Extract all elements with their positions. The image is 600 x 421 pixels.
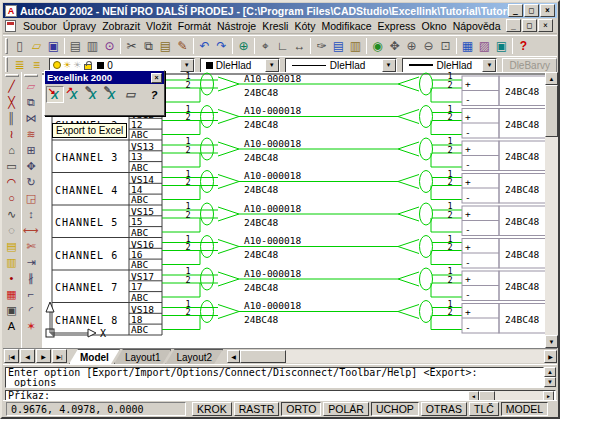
make-object-layer-current-button[interactable]: ≡ (28, 57, 45, 74)
lengthen-button[interactable]: ⟷ (23, 222, 40, 238)
toolbar-grip[interactable] (5, 38, 8, 54)
save-button[interactable]: ▣ (45, 38, 62, 55)
close-icon[interactable]: × (151, 73, 162, 83)
named-views-button[interactable]: ◉ (369, 38, 386, 55)
chevron-down-icon[interactable]: ▼ (382, 59, 396, 72)
insert-hyperlink-button[interactable]: ⊕ (235, 38, 252, 55)
copy-object-button[interactable]: ⧉ (23, 94, 40, 110)
match-properties-button[interactable]: ✎ (174, 38, 191, 55)
mirror-button[interactable]: ⋈ (23, 110, 40, 126)
last-tab-icon[interactable]: ▶| (52, 349, 67, 363)
menu-item-napoveda[interactable]: Nápověda (450, 19, 504, 33)
erase-button[interactable]: ▱ (23, 78, 40, 94)
menu-item-okno[interactable]: Okno (419, 19, 450, 33)
scroll-right-icon[interactable]: ▶ (544, 350, 557, 363)
rotate-button[interactable]: ↻ (23, 174, 40, 190)
scroll-up-icon[interactable]: ▲ (544, 367, 556, 377)
export-to-excel-button[interactable]: X↘ (46, 86, 64, 103)
toggle-rastr[interactable]: RASTR (234, 402, 280, 416)
line-button[interactable]: ╱ (3, 78, 20, 94)
toolbar-grip[interactable] (5, 74, 19, 77)
help-button[interactable]: ? (515, 38, 532, 55)
polyline-button[interactable]: ≀ (3, 126, 20, 142)
zoom-window-button[interactable]: ⊡ (437, 38, 454, 55)
chevron-down-icon[interactable]: ▼ (482, 59, 496, 72)
ucs-button[interactable]: ∟ (274, 38, 291, 55)
undo-button[interactable]: ↶ (196, 38, 213, 55)
explode-button[interactable]: ✶ (23, 318, 40, 334)
find-button[interactable]: ⊙ (101, 38, 118, 55)
spline-button[interactable]: ∿ (3, 206, 20, 222)
break-button[interactable]: ∦ (23, 270, 40, 286)
toolbar-grip[interactable] (5, 57, 8, 73)
menu-item-vlozit[interactable]: Vložit (143, 19, 175, 33)
scroll-thumb[interactable] (545, 85, 558, 137)
trim-button[interactable]: ✄ (23, 238, 40, 254)
array-button[interactable]: ⊞ (23, 142, 40, 158)
import-from-excel-button[interactable]: X↗ (65, 86, 83, 103)
polygon-button[interactable]: ⌂ (3, 142, 20, 158)
designcenter-button[interactable]: ▥ (347, 38, 364, 55)
layers-button[interactable]: ≣ (11, 57, 28, 74)
vertical-scrollbar[interactable]: ▲ ▼ (545, 72, 558, 348)
circle-button[interactable]: ○ (3, 190, 20, 206)
excellink-palette[interactable]: Excellink 2000 × X↘X↗X✎X✎▭? (44, 70, 165, 116)
menu-item-express[interactable]: Express (375, 19, 419, 33)
next-tab-icon[interactable]: ▶ (36, 349, 51, 363)
toolbar-grip[interactable] (24, 74, 38, 77)
excel-options-button[interactable]: X✎ (84, 86, 102, 103)
extend-button[interactable]: ⇥ (23, 254, 40, 270)
point-button[interactable]: • (3, 270, 20, 286)
palette-title-bar[interactable]: Excellink 2000 × (45, 71, 164, 84)
doc-close-button[interactable]: × (538, 19, 553, 32)
properties-button[interactable]: ▤ (330, 38, 347, 55)
dbconnect-button[interactable]: ▦ (459, 38, 476, 55)
new-button[interactable]: ▯ (11, 38, 28, 55)
rectangle-button[interactable]: ▭ (3, 158, 20, 174)
menu-item-soubor[interactable]: Soubor (20, 19, 60, 33)
tab-model[interactable]: Model (69, 349, 120, 364)
linetype-combo[interactable]: DleHlad ▼ (285, 58, 397, 73)
horizontal-scrollbar[interactable]: ◀ ▶ (227, 350, 557, 363)
make-block-button[interactable]: ▥ (3, 254, 20, 270)
tab-layout2[interactable]: Layout2 (165, 349, 223, 364)
quick-select-button[interactable]: ✑ (313, 38, 330, 55)
zoom-realtime-button[interactable]: ⊕ (403, 38, 420, 55)
multiline-text-button[interactable]: A (3, 318, 20, 334)
toggle-tlc[interactable]: TLČ (469, 402, 499, 416)
title-bar[interactable]: A AutoCAD 2002 - NENÍ PRO DALŠÍ PRODEJ -… (3, 3, 557, 18)
autocad-today-button[interactable]: ▣ (493, 38, 510, 55)
toggle-polar[interactable]: POLÁR (323, 402, 369, 416)
redo-button[interactable]: ↷ (213, 38, 230, 55)
prev-tab-icon[interactable]: ◀ (20, 349, 35, 363)
toggle-model[interactable]: MODEL (501, 402, 548, 416)
hatch-button[interactable]: ▦ (3, 286, 20, 302)
paste-button[interactable]: ▤ (157, 38, 174, 55)
region-button[interactable]: ▣ (3, 302, 20, 318)
first-tab-icon[interactable]: |◀ (4, 349, 19, 363)
menu-item-nastroje[interactable]: Nástroje (214, 19, 259, 33)
insert-block-button[interactable]: ▤ (3, 238, 20, 254)
command-history[interactable]: Enter option [Export/Import/Options/Conn… (5, 367, 544, 388)
excellink-help-button[interactable]: ? (145, 86, 163, 103)
chamfer-button[interactable]: ⌐ (23, 286, 40, 302)
chevron-down-icon[interactable]: ▼ (180, 59, 194, 72)
toggle-otras[interactable]: OTRAS (421, 402, 467, 416)
cut-button[interactable]: ✂ (123, 38, 140, 55)
menu-item-zobrazit[interactable]: Zobrazit (99, 19, 143, 33)
open-button[interactable]: ▱ (28, 38, 45, 55)
scale-button[interactable]: ◲ (23, 190, 40, 206)
scroll-left-icon[interactable]: ◀ (227, 350, 240, 363)
multiline-button[interactable]: ║ (3, 110, 20, 126)
doc-minimize-button[interactable]: _ (506, 19, 521, 32)
distance-button[interactable]: ↔ (291, 38, 308, 55)
minimize-button[interactable]: _ (508, 4, 523, 17)
toggle-uchop[interactable]: UCHOP (371, 402, 419, 416)
scroll-thumb[interactable] (240, 350, 286, 363)
temporary-tracking-button[interactable]: ⌖ (257, 38, 274, 55)
move-button[interactable]: ✥ (23, 158, 40, 174)
excel-connect-button[interactable]: X✎ (103, 86, 121, 103)
menu-item-kresli[interactable]: Kresli (259, 19, 291, 33)
toolbars-button[interactable]: ▨ (476, 38, 493, 55)
toggle-krok[interactable]: KROK (192, 402, 232, 416)
